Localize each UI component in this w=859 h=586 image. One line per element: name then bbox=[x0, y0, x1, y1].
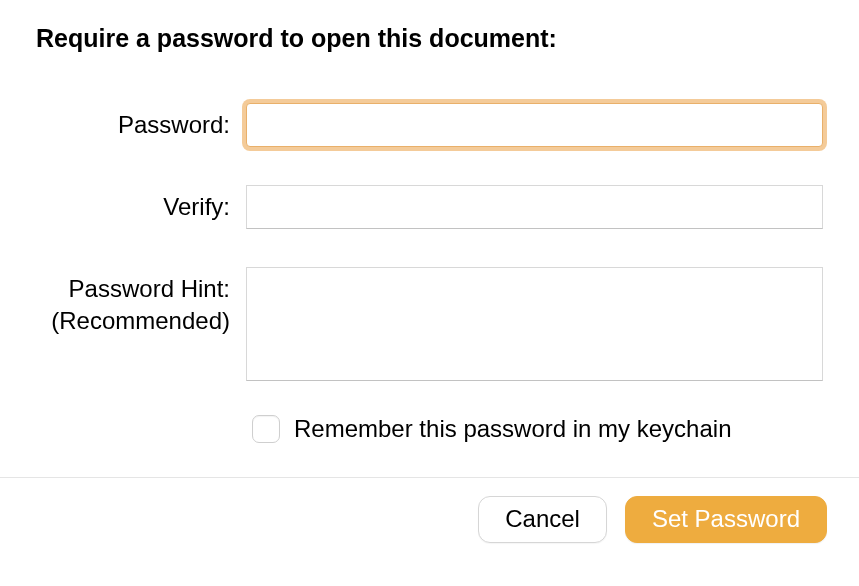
hint-label: Password Hint: (Recommended) bbox=[36, 267, 246, 338]
button-row: Cancel Set Password bbox=[0, 478, 859, 543]
password-label: Password: bbox=[36, 103, 246, 141]
hint-input[interactable] bbox=[246, 267, 823, 381]
cancel-button[interactable]: Cancel bbox=[478, 496, 607, 543]
remember-row: Remember this password in my keychain bbox=[252, 415, 823, 443]
remember-checkbox[interactable] bbox=[252, 415, 280, 443]
password-dialog: Require a password to open this document… bbox=[0, 0, 859, 443]
password-row: Password: bbox=[36, 103, 823, 147]
verify-row: Verify: bbox=[36, 185, 823, 229]
remember-label: Remember this password in my keychain bbox=[294, 415, 732, 443]
hint-label-line1: Password Hint: bbox=[36, 273, 230, 305]
password-input[interactable] bbox=[246, 103, 823, 147]
hint-label-line2: (Recommended) bbox=[36, 305, 230, 337]
verify-label: Verify: bbox=[36, 185, 246, 223]
verify-input[interactable] bbox=[246, 185, 823, 229]
hint-row: Password Hint: (Recommended) bbox=[36, 267, 823, 385]
dialog-title: Require a password to open this document… bbox=[36, 24, 823, 53]
set-password-button[interactable]: Set Password bbox=[625, 496, 827, 543]
